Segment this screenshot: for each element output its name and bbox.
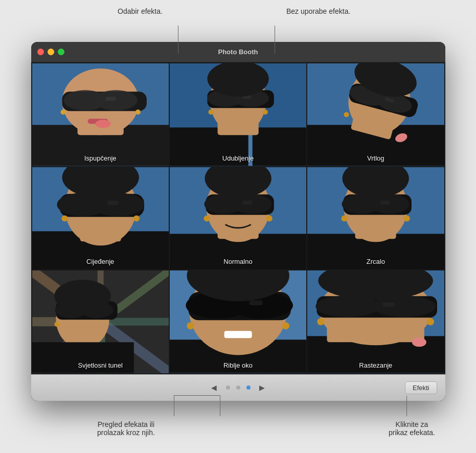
- svg-point-8: [60, 109, 65, 115]
- svg-point-23: [263, 109, 268, 115]
- pregled-line-left: [174, 396, 174, 416]
- svg-point-11: [95, 120, 110, 128]
- photo-0: [32, 63, 169, 166]
- svg-rect-7: [105, 97, 116, 101]
- odabir-line: [178, 26, 178, 54]
- svg-rect-107: [382, 302, 395, 307]
- svg-point-85: [54, 280, 110, 312]
- svg-point-56: [203, 215, 210, 221]
- photo-1: [170, 63, 306, 166]
- cell-bg-8: [307, 270, 444, 373]
- cell-bg-0: [32, 63, 169, 166]
- cell-label-5: Zrcalo: [307, 258, 444, 265]
- close-button[interactable]: [37, 49, 44, 55]
- svg-point-44: [61, 215, 67, 221]
- svg-point-70: [404, 215, 410, 221]
- effects-button[interactable]: Efekti: [405, 381, 437, 394]
- cell-bg-2: [307, 63, 444, 166]
- next-button[interactable]: ▶: [257, 382, 268, 393]
- nav-dot-1[interactable]: [236, 386, 240, 390]
- cell-bg-6: [32, 270, 169, 373]
- photo-7: [170, 270, 306, 373]
- bottom-bar: ◀ ▶ Efekti: [31, 374, 445, 401]
- svg-rect-42: [107, 200, 118, 205]
- svg-point-69: [342, 215, 348, 221]
- cell-ispupcenje[interactable]: Ispupčenje: [32, 63, 169, 166]
- cell-bg-3: [32, 167, 169, 269]
- cell-bg-1: [170, 63, 306, 166]
- photo-3: [32, 167, 169, 269]
- cell-label-1: Udubljenje: [170, 154, 306, 162]
- svg-point-9: [135, 109, 140, 115]
- svg-point-97: [187, 322, 194, 329]
- pregled-hline: [174, 395, 220, 396]
- cell-bg-5: [307, 167, 444, 270]
- cell-label-8: Rastezanje: [307, 361, 444, 369]
- cell-vrtlog[interactable]: Vrtlog: [307, 63, 444, 166]
- nav-controls: ◀ ▶: [209, 382, 268, 393]
- traffic-lights: [37, 49, 64, 55]
- cell-riblje-oko[interactable]: Riblje oko: [170, 270, 306, 373]
- annotation-kliknite: Kliknite za prikaz efekata.: [389, 420, 435, 437]
- maximize-button[interactable]: [58, 49, 64, 55]
- svg-point-86: [54, 322, 59, 327]
- svg-point-22: [208, 109, 213, 115]
- cell-label-7: Riblje oko: [170, 361, 306, 369]
- nav-dot-0[interactable]: [226, 386, 230, 390]
- svg-rect-67: [380, 200, 390, 205]
- titlebar: Photo Booth: [31, 42, 445, 62]
- app-window: Photo Booth: [31, 42, 445, 401]
- photo-grid: Ispupčenje: [31, 62, 445, 374]
- nav-dot-2[interactable]: [246, 386, 251, 390]
- cell-bg-7: [170, 270, 306, 373]
- svg-point-109: [318, 318, 325, 325]
- cell-label-6: Svjetlosni tunel: [32, 361, 169, 369]
- svg-point-110: [427, 318, 434, 325]
- svg-point-57: [266, 215, 273, 221]
- svg-point-98: [282, 322, 289, 329]
- cell-udubljenje[interactable]: Udubljenje: [170, 63, 306, 166]
- photo-4: [170, 167, 306, 269]
- cell-rastezanje[interactable]: Rastezanje: [307, 270, 444, 373]
- svg-rect-95: [250, 300, 263, 305]
- cell-label-0: Ispupčenje: [32, 154, 169, 162]
- window-title: Photo Booth: [218, 48, 258, 56]
- svg-point-6: [94, 90, 137, 110]
- cell-label-3: Cijeđenje: [32, 258, 169, 265]
- annotation-odabir: Odabir efekta.: [118, 7, 163, 15]
- cell-cijedenje[interactable]: Cijeđenje: [32, 167, 169, 269]
- photo-6: [32, 270, 169, 373]
- svg-point-34: [344, 112, 349, 117]
- pregled-line-right: [220, 396, 220, 416]
- photo-5: [307, 167, 444, 270]
- svg-rect-99: [224, 331, 252, 338]
- prev-button[interactable]: ◀: [209, 382, 220, 393]
- cell-bg-4: [170, 167, 306, 269]
- annotation-bez: Bez uporabe efekta.: [286, 7, 350, 15]
- photo-2: [307, 63, 444, 166]
- bez-line: [275, 26, 275, 54]
- svg-rect-54: [243, 200, 253, 205]
- svg-point-45: [133, 215, 139, 221]
- cell-zrcalo[interactable]: Zrcalo: [307, 167, 444, 270]
- minimize-button[interactable]: [48, 49, 54, 55]
- photo-8: [307, 270, 444, 373]
- cell-label-2: Vrtlog: [307, 154, 444, 162]
- svg-point-111: [412, 338, 426, 347]
- cell-svjetlosni-tunel[interactable]: Svjetlosni tunel: [32, 270, 169, 373]
- annotation-pregled: Pregled efekata ili prolazak kroz njih.: [97, 420, 155, 437]
- cell-label-4: Normalno: [170, 258, 306, 265]
- kliknite-line: [406, 396, 407, 416]
- cell-normalno[interactable]: Normalno: [170, 167, 306, 269]
